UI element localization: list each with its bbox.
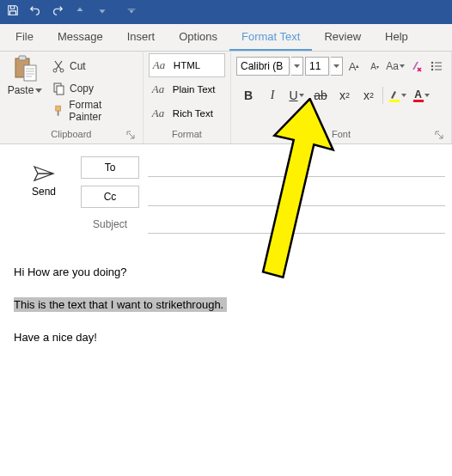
- ribbon-tabs: File Message Insert Options Format Text …: [0, 24, 452, 52]
- format-painter-label: Format Painter: [69, 99, 134, 123]
- to-field[interactable]: [148, 158, 445, 177]
- cut-button[interactable]: Cut: [48, 55, 137, 77]
- font-size-input[interactable]: 11: [305, 57, 329, 76]
- launcher-icon[interactable]: [125, 130, 136, 140]
- cut-label: Cut: [70, 60, 86, 72]
- font-name-input[interactable]: Calibri (B: [236, 57, 290, 76]
- clear-formatting-button[interactable]: [406, 57, 425, 76]
- svg-point-10: [431, 65, 433, 67]
- send-label: Send: [32, 186, 56, 198]
- redo-icon[interactable]: [52, 4, 64, 20]
- font-size-dropdown[interactable]: [331, 57, 343, 76]
- svg-point-9: [431, 62, 433, 64]
- plain-text-button[interactable]: AaPlain Text: [149, 77, 225, 101]
- format-group-label: Format: [149, 129, 225, 143]
- font-group-label: Font: [236, 129, 446, 143]
- grow-font-button[interactable]: A▴: [345, 57, 363, 76]
- svg-rect-7: [56, 106, 61, 111]
- font-color-button[interactable]: A: [411, 85, 431, 106]
- subscript-button[interactable]: x2: [334, 85, 355, 106]
- shrink-font-button[interactable]: A▾: [365, 57, 384, 76]
- chevron-down-icon: [35, 88, 42, 93]
- html-button[interactable]: AaHTML: [149, 53, 225, 77]
- send-icon: [33, 165, 55, 182]
- aa-icon: Aa: [153, 58, 170, 72]
- clipboard-group-label: Clipboard: [5, 129, 137, 143]
- highlight-button[interactable]: [387, 85, 407, 106]
- svg-point-4: [60, 69, 64, 72]
- subject-label: Subject: [81, 218, 139, 230]
- change-case-button[interactable]: Aa: [386, 57, 405, 76]
- to-button[interactable]: To: [81, 156, 139, 179]
- up-arrow-icon: [74, 4, 86, 20]
- selected-text: This is the text that I want to striketh…: [14, 297, 227, 312]
- tab-help[interactable]: Help: [373, 24, 420, 51]
- underline-button[interactable]: U: [286, 85, 307, 106]
- aa-icon: Aa: [152, 82, 169, 96]
- paste-icon: [12, 55, 38, 82]
- bold-button[interactable]: B: [238, 85, 259, 106]
- superscript-button[interactable]: x2: [358, 85, 379, 106]
- italic-button[interactable]: I: [262, 85, 283, 106]
- send-button[interactable]: Send: [14, 156, 74, 206]
- copy-button[interactable]: Copy: [48, 77, 137, 100]
- separator: [382, 87, 383, 104]
- tab-message[interactable]: Message: [46, 24, 115, 51]
- scissors-icon: [52, 59, 65, 73]
- body-line: Hi How are you doing?: [14, 265, 438, 280]
- group-clipboard: Paste Cut Copy Format Painter Clipboard: [0, 52, 144, 143]
- copy-label: Copy: [70, 82, 94, 95]
- save-icon[interactable]: [7, 4, 19, 20]
- font-name-dropdown[interactable]: [291, 57, 303, 76]
- svg-point-11: [431, 69, 433, 70]
- tab-format-text[interactable]: Format Text: [229, 24, 312, 51]
- message-body[interactable]: Hi How are you doing? This is the text t…: [0, 247, 452, 381]
- rich-text-button[interactable]: AaRich Text: [149, 101, 225, 125]
- paste-button[interactable]: Paste: [5, 53, 45, 127]
- cc-button[interactable]: Cc: [81, 186, 139, 208]
- svg-point-3: [53, 69, 57, 72]
- tab-review[interactable]: Review: [312, 24, 373, 51]
- body-line: Have a nice day!: [14, 330, 438, 345]
- undo-icon[interactable]: [29, 4, 41, 20]
- customize-qat-icon[interactable]: [125, 4, 137, 20]
- tab-insert[interactable]: Insert: [115, 24, 168, 51]
- ribbon: Paste Cut Copy Format Painter Clipboard: [0, 52, 452, 144]
- brush-icon: [52, 104, 64, 118]
- svg-rect-1: [19, 56, 26, 60]
- group-format: AaHTML AaPlain Text AaRich Text Format: [144, 52, 231, 143]
- aa-icon: Aa: [152, 107, 169, 120]
- format-painter-button[interactable]: Format Painter: [48, 100, 137, 122]
- svg-rect-2: [24, 65, 36, 81]
- tab-file[interactable]: File: [3, 24, 46, 51]
- subject-field[interactable]: [148, 215, 445, 234]
- down-arrow-icon: [96, 4, 108, 20]
- group-font: Calibri (B 11 A▴ A▾ Aa B I U ab x2 x2: [231, 52, 452, 143]
- bullets-button[interactable]: [427, 57, 446, 76]
- svg-rect-8: [58, 111, 59, 116]
- compose-header: Send To Cc Subject: [0, 144, 452, 247]
- title-bar: [0, 0, 452, 24]
- paste-label: Paste: [8, 84, 34, 96]
- strikethrough-button[interactable]: ab: [310, 85, 331, 106]
- tab-options[interactable]: Options: [167, 24, 229, 51]
- copy-icon: [52, 82, 65, 95]
- cc-field[interactable]: [148, 187, 445, 206]
- launcher-icon[interactable]: [434, 130, 444, 140]
- svg-rect-6: [57, 86, 64, 95]
